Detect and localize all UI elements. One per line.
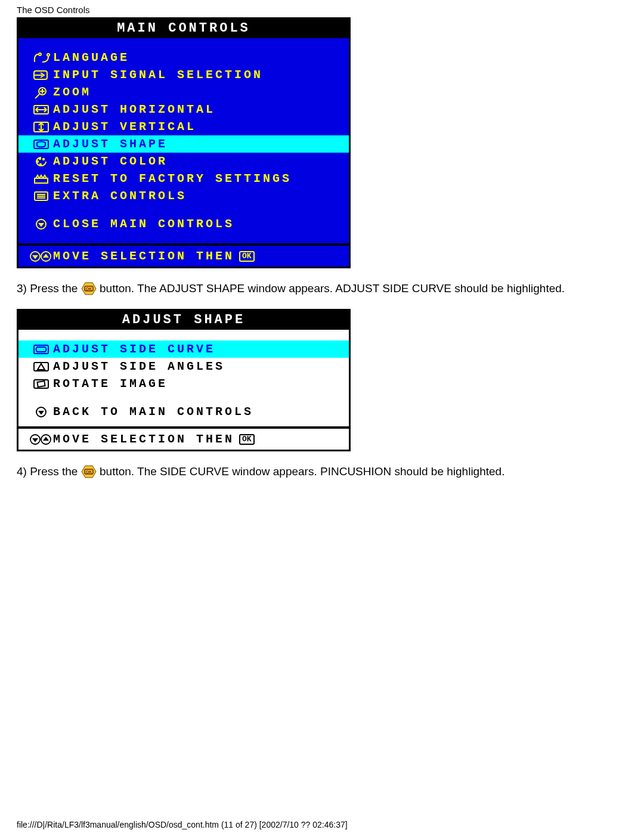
- down-arrow-circle-icon: [29, 218, 53, 231]
- extra-controls-icon: [29, 190, 53, 203]
- main-controls-footer: MOVE SELECTION THEN OK: [18, 246, 349, 267]
- svg-text:OK: OK: [85, 287, 92, 291]
- menu-item-label: ADJUST COLOR: [53, 154, 168, 168]
- menu-item-label: ZOOM: [53, 85, 91, 99]
- menu-item-extra-controls[interactable]: EXTRA CONTROLS: [18, 187, 349, 205]
- instruction-step-3: 3) Press the OK button. The ADJUST SHAPE…: [17, 279, 627, 298]
- svg-rect-30: [38, 381, 45, 387]
- svg-text:OK: OK: [85, 470, 92, 474]
- adjust-shape-window: ADJUST SHAPE ADJUST SIDE CURVE ADJUST SI…: [17, 309, 351, 451]
- footer-text: MOVE SELECTION THEN: [53, 249, 234, 263]
- svg-point-14: [43, 158, 44, 159]
- svg-point-15: [40, 163, 41, 165]
- instruction-step-4: 4) Press the OK button. The SIDE CURVE w…: [17, 462, 627, 481]
- ok-hex-button-icon: OK: [81, 282, 97, 295]
- svg-point-12: [37, 160, 38, 162]
- svg-point-13: [39, 157, 41, 159]
- adjust-horizontal-icon: [29, 103, 53, 116]
- menu-item-label: EXTRA CONTROLS: [53, 189, 187, 203]
- menu-close-main-controls[interactable]: CLOSE MAIN CONTROLS: [18, 215, 349, 233]
- menu-back-to-main[interactable]: BACK TO MAIN CONTROLS: [18, 403, 349, 420]
- input-signal-icon: [29, 69, 53, 82]
- menu-item-label: ADJUST HORIZONTAL: [53, 103, 215, 116]
- svg-line-4: [35, 94, 39, 98]
- menu-item-label: LANGUAGE: [53, 51, 129, 64]
- up-down-arrows-icon: [29, 250, 53, 263]
- rotate-image-icon: [29, 377, 53, 391]
- svg-rect-16: [35, 178, 48, 183]
- menu-item-adjust-side-angles[interactable]: ADJUST SIDE ANGLES: [18, 358, 349, 375]
- menu-item-label: ADJUST VERTICAL: [53, 120, 196, 134]
- factory-reset-icon: [29, 172, 53, 185]
- menu-item-adjust-vertical[interactable]: ADJUST VERTICAL: [18, 118, 349, 135]
- main-controls-title: MAIN CONTROLS: [18, 19, 349, 38]
- menu-item-language[interactable]: LANGUAGE: [18, 49, 349, 66]
- back-label: BACK TO MAIN CONTROLS: [53, 405, 253, 419]
- menu-item-adjust-shape[interactable]: ADJUST SHAPE: [18, 135, 349, 153]
- menu-item-adjust-color[interactable]: ADJUST COLOR: [18, 153, 349, 170]
- svg-point-1: [47, 54, 49, 56]
- menu-item-adjust-horizontal[interactable]: ADJUST HORIZONTAL: [18, 101, 349, 118]
- menu-item-label: ADJUST SHAPE: [53, 137, 168, 151]
- adjust-shape-title: ADJUST SHAPE: [18, 311, 349, 330]
- main-controls-window: MAIN CONTROLS LANGUAGE INPUT SIGNAL SELE…: [17, 17, 351, 268]
- menu-item-label: INPUT SIGNAL SELECTION: [53, 68, 263, 82]
- menu-item-label: RESET TO FACTORY SETTINGS: [53, 172, 292, 185]
- svg-point-0: [39, 53, 41, 55]
- side-angles-icon: [29, 360, 53, 373]
- close-label: CLOSE MAIN CONTROLS: [53, 217, 234, 231]
- menu-item-input-signal[interactable]: INPUT SIGNAL SELECTION: [18, 66, 349, 83]
- menu-item-zoom[interactable]: ZOOM: [18, 83, 349, 101]
- adjust-color-icon: [29, 155, 53, 168]
- side-curve-icon: [29, 343, 53, 356]
- footer-text: MOVE SELECTION THEN: [53, 432, 234, 446]
- up-down-arrows-icon: [29, 433, 53, 446]
- page-header: The OSD Controls: [0, 0, 644, 17]
- menu-item-label: ROTATE IMAGE: [53, 377, 168, 391]
- zoom-icon: [29, 86, 53, 99]
- menu-item-rotate-image[interactable]: ROTATE IMAGE: [18, 375, 349, 392]
- menu-item-adjust-side-curve[interactable]: ADJUST SIDE CURVE: [18, 340, 349, 358]
- menu-item-label: ADJUST SIDE CURVE: [53, 342, 215, 356]
- adjust-shape-footer: MOVE SELECTION THEN OK: [18, 429, 349, 450]
- menu-item-label: ADJUST SIDE ANGLES: [53, 360, 225, 373]
- menu-item-reset-factory[interactable]: RESET TO FACTORY SETTINGS: [18, 170, 349, 187]
- ok-icon: OK: [239, 434, 255, 445]
- ok-icon: OK: [239, 251, 255, 262]
- language-icon: [29, 51, 53, 64]
- adjust-shape-icon: [29, 138, 53, 151]
- ok-hex-button-icon: OK: [81, 465, 97, 478]
- adjust-vertical-icon: [29, 120, 53, 134]
- down-arrow-circle-icon: [29, 405, 53, 419]
